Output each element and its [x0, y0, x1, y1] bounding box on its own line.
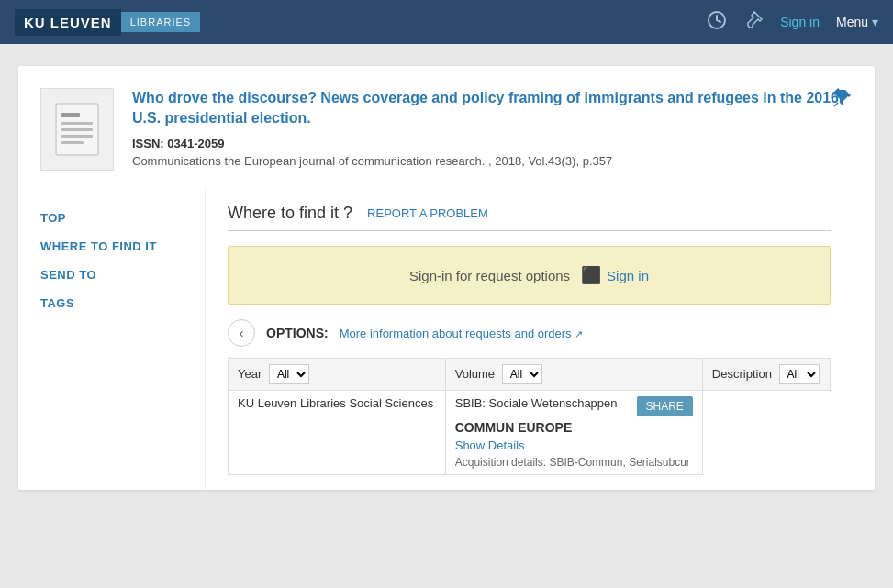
section-title: Where to find it ? [228, 204, 352, 223]
show-details-link[interactable]: Show Details [455, 438, 693, 452]
table-header-row: Year All Volume All [229, 359, 831, 391]
history-icon[interactable] [707, 10, 727, 35]
acquisition-details: Acquisition details: SBIB-Commun, Serial… [455, 456, 693, 469]
more-info-link[interactable]: More information about requests and orde… [340, 327, 584, 340]
options-bar: ‹ OPTIONS: More information about reques… [228, 319, 831, 347]
options-nav-back-button[interactable]: ‹ [228, 319, 255, 347]
pin-icon[interactable] [743, 10, 764, 35]
svg-rect-5 [61, 135, 93, 138]
signin-box-text: Sign-in for request options [409, 268, 570, 283]
year-column-header: Year All [229, 359, 446, 391]
where-to-find-section: Where to find it ? REPORT A PROBLEM Sign… [206, 189, 853, 490]
article-card: Who drove the discourse? News coverage a… [18, 66, 875, 490]
report-problem-link[interactable]: REPORT A PROBLEM [367, 206, 488, 220]
svg-rect-6 [61, 141, 84, 144]
sidebar-item-send-to[interactable]: SEND TO [40, 261, 205, 289]
article-pin-icon[interactable] [832, 88, 853, 114]
sidebar-item-where-to-find[interactable]: WHERE TO FIND IT [40, 232, 205, 261]
year-filter-select[interactable]: All [269, 364, 309, 384]
article-header: Who drove the discourse? News coverage a… [40, 88, 853, 189]
libraries-badge: LIBRARIES [121, 12, 200, 32]
results-table: Year All Volume All [228, 358, 831, 475]
article-icon [40, 88, 114, 171]
article-title: Who drove the discourse? News coverage a… [132, 88, 853, 129]
sidebar-item-top[interactable]: TOP [40, 204, 205, 232]
ku-leuven-logo: KU LEUVEN [15, 9, 121, 36]
svg-rect-3 [61, 122, 93, 125]
location-cell: KU Leuven Libraries Social Sciences [229, 391, 446, 475]
main-content: Who drove the discourse? News coverage a… [0, 44, 893, 512]
svg-line-7 [834, 103, 838, 106]
external-link-icon: ↗ [575, 328, 583, 339]
header-actions: Sign in Menu ▾ [707, 10, 878, 35]
header: KU LEUVEN LIBRARIES Sign in Menu ▾ [0, 0, 893, 44]
volume-filter-select[interactable]: All [502, 364, 542, 384]
signin-button[interactable]: ⬛ Sign in [581, 265, 649, 285]
sbib-cell: SBIB: Sociale Wetenschappen SHARE COMMUN… [445, 391, 702, 475]
article-journal: Communications the European journal of c… [132, 154, 853, 168]
menu-button[interactable]: Menu ▾ [836, 15, 878, 29]
svg-rect-2 [61, 113, 80, 117]
menu-chevron-icon: ▾ [872, 15, 878, 29]
content-body: TOP WHERE TO FIND IT SEND TO TAGS Where … [40, 189, 853, 490]
section-header: Where to find it ? REPORT A PROBLEM [228, 204, 831, 231]
header-logo-group: KU LEUVEN LIBRARIES [15, 9, 200, 36]
share-button[interactable]: SHARE [637, 396, 693, 416]
options-label: OPTIONS: [266, 326, 329, 340]
volume-column-header: Volume All [445, 359, 702, 391]
table-row: KU Leuven Libraries Social Sciences SBIB… [229, 391, 831, 475]
sidebar-item-tags[interactable]: TAGS [40, 289, 205, 317]
signin-box: Sign-in for request options ⬛ Sign in [228, 246, 831, 305]
sign-in-link[interactable]: Sign in [780, 15, 820, 29]
description-column-header: Description All [702, 359, 830, 391]
article-issn: ISSN: 0341-2059 [132, 137, 853, 150]
svg-rect-4 [61, 128, 93, 131]
article-info: Who drove the discourse? News coverage a… [132, 88, 853, 171]
sidebar: TOP WHERE TO FIND IT SEND TO TAGS [40, 189, 206, 490]
description-filter-select[interactable]: All [779, 364, 820, 384]
signin-icon: ⬛ [581, 265, 601, 285]
commun-europe-label: COMMUN EUROPE [455, 420, 693, 435]
